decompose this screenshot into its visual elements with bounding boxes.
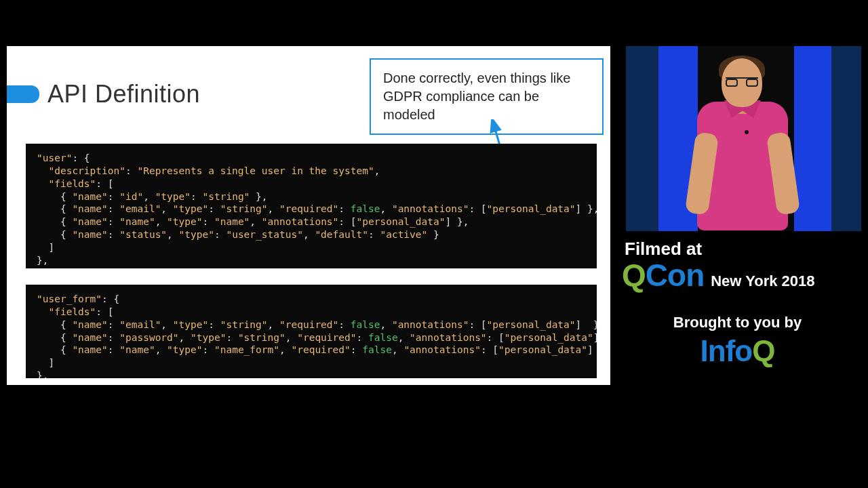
qcon-logo: QCon (622, 257, 704, 293)
qcon-row: QCon New York 2018 (622, 257, 861, 293)
video-frame: API Definition Done correctly, even thin… (0, 0, 868, 488)
slide-title: API Definition (47, 80, 200, 108)
callout-box: Done correctly, even things like GDPR co… (370, 58, 604, 135)
brought-by-label: Brought to you by (614, 314, 861, 331)
speaker-video (614, 46, 861, 231)
code-block-user: "user": { "description": "Represents a s… (26, 144, 597, 268)
code-block-user-form: "user_form": { "fields": [ { "name": "em… (26, 285, 597, 378)
title-accent-bar (7, 85, 39, 103)
qcon-location: New York 2018 (711, 272, 814, 290)
speaker-figure (692, 58, 793, 231)
branding-block: Filmed at QCon New York 2018 Brought to … (614, 239, 861, 368)
infoq-logo: InfoQ (614, 334, 861, 368)
presentation-slide: API Definition Done correctly, even thin… (7, 46, 610, 385)
